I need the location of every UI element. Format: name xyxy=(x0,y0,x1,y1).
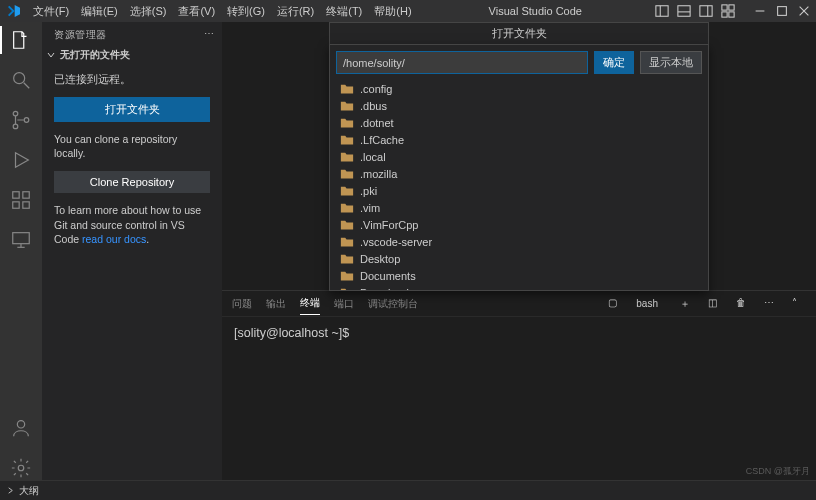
folder-icon xyxy=(340,269,354,283)
menu-help[interactable]: 帮助(H) xyxy=(369,2,416,21)
svg-point-18 xyxy=(24,118,29,123)
folder-item[interactable]: Desktop xyxy=(330,250,708,267)
menu-go[interactable]: 转到(G) xyxy=(222,2,270,21)
menu-file[interactable]: 文件(F) xyxy=(28,2,74,21)
svg-rect-9 xyxy=(729,12,734,17)
activity-explorer-icon[interactable] xyxy=(9,28,33,52)
picker-ok-button[interactable]: 确定 xyxy=(594,51,634,74)
picker-title: 打开文件夹 xyxy=(329,22,709,44)
terminal-shell-name: bash xyxy=(636,298,658,309)
activity-settings-icon[interactable] xyxy=(9,456,33,480)
window-minimize-icon[interactable] xyxy=(752,3,768,19)
folder-icon xyxy=(340,116,354,130)
terminal-shell-icon[interactable]: ▢ xyxy=(608,297,622,311)
folder-item[interactable]: .pki xyxy=(330,182,708,199)
clone-repository-button[interactable]: Clone Repository xyxy=(54,171,210,193)
panel-maximize-icon[interactable]: ˄ xyxy=(792,297,806,311)
customize-layout-icon[interactable] xyxy=(720,3,736,19)
menu-selection[interactable]: 选择(S) xyxy=(125,2,172,21)
menu-run[interactable]: 运行(R) xyxy=(272,2,319,21)
title-bar: 文件(F) 编辑(E) 选择(S) 查看(V) 转到(G) 运行(R) 终端(T… xyxy=(0,0,816,22)
folder-name: .VimForCpp xyxy=(360,219,418,231)
svg-rect-22 xyxy=(13,202,19,208)
watermark: CSDN @孤牙月 xyxy=(746,465,810,478)
window-maximize-icon[interactable] xyxy=(774,3,790,19)
picker-show-local-button[interactable]: 显示本地 xyxy=(640,51,702,74)
sidebar-section-header[interactable]: 无打开的文件夹 xyxy=(42,46,222,64)
folder-icon xyxy=(340,82,354,96)
svg-point-17 xyxy=(13,124,18,129)
activity-search-icon[interactable] xyxy=(9,68,33,92)
folder-name: .config xyxy=(360,83,392,95)
activity-bar xyxy=(0,22,42,480)
open-folder-button[interactable]: 打开文件夹 xyxy=(54,97,210,122)
folder-item[interactable]: .dotnet xyxy=(330,114,708,131)
svg-rect-24 xyxy=(13,233,30,244)
folder-icon xyxy=(340,133,354,147)
folder-icon xyxy=(340,235,354,249)
sidebar-title: 资源管理器 xyxy=(54,28,107,42)
folder-item[interactable]: .local xyxy=(330,148,708,165)
folder-item[interactable]: .config xyxy=(330,80,708,97)
panel-tab-terminal[interactable]: 终端 xyxy=(300,292,320,315)
panel-tab-ports[interactable]: 端口 xyxy=(334,293,354,315)
folder-item[interactable]: .LfCache xyxy=(330,131,708,148)
menu-edit[interactable]: 编辑(E) xyxy=(76,2,123,21)
folder-name: Documents xyxy=(360,270,416,282)
folder-picker: 确定 显示本地 .config.dbus.dotnet.LfCache.loca… xyxy=(329,44,709,291)
activity-source-control-icon[interactable] xyxy=(9,108,33,132)
toggle-secondary-sidebar-icon[interactable] xyxy=(698,3,714,19)
activity-run-debug-icon[interactable] xyxy=(9,148,33,172)
learn-text: To learn more about how to use Git and s… xyxy=(54,203,210,247)
svg-rect-8 xyxy=(722,12,727,17)
terminal-more-icon[interactable]: ⋯ xyxy=(764,297,778,311)
folder-item[interactable]: .dbus xyxy=(330,97,708,114)
svg-rect-20 xyxy=(13,192,19,198)
window-close-icon[interactable] xyxy=(796,3,812,19)
terminal-split-icon[interactable]: ◫ xyxy=(708,297,722,311)
svg-line-15 xyxy=(24,83,30,89)
outline-section[interactable]: 大纲 xyxy=(0,480,816,500)
folder-name: .mozilla xyxy=(360,168,397,180)
path-input[interactable] xyxy=(336,51,588,74)
folder-icon xyxy=(340,167,354,181)
folder-item[interactable]: .mozilla xyxy=(330,165,708,182)
panel-tab-problems[interactable]: 问题 xyxy=(232,293,252,315)
sidebar-section-label: 无打开的文件夹 xyxy=(60,48,130,62)
menu-terminal[interactable]: 终端(T) xyxy=(321,2,367,21)
folder-icon xyxy=(340,218,354,232)
svg-point-28 xyxy=(18,465,24,471)
folder-icon xyxy=(340,286,354,291)
folder-icon xyxy=(340,150,354,164)
activity-accounts-icon[interactable] xyxy=(9,416,33,440)
folder-item[interactable]: .vim xyxy=(330,199,708,216)
folder-list: .config.dbus.dotnet.LfCache.local.mozill… xyxy=(330,80,708,290)
toggle-primary-sidebar-icon[interactable] xyxy=(654,3,670,19)
folder-icon xyxy=(340,201,354,215)
toggle-panel-icon[interactable] xyxy=(676,3,692,19)
panel: 问题 输出 终端 端口 调试控制台 ▢ bash ＋ ◫ 🗑 ⋯ ˄ [soli… xyxy=(222,290,816,480)
folder-item[interactable]: Documents xyxy=(330,267,708,284)
svg-rect-0 xyxy=(656,6,668,17)
folder-name: .dbus xyxy=(360,100,387,112)
menu-view[interactable]: 查看(V) xyxy=(173,2,220,21)
folder-item[interactable]: .vscode-server xyxy=(330,233,708,250)
folder-item[interactable]: Downloads xyxy=(330,284,708,290)
editor-area: 打开文件夹 确定 显示本地 .config.dbus.dotnet.LfCach… xyxy=(222,22,816,480)
panel-tab-debug-console[interactable]: 调试控制台 xyxy=(368,293,418,315)
svg-rect-21 xyxy=(23,192,29,198)
terminal-content[interactable]: [solity@localhost ~]$ xyxy=(222,317,816,480)
svg-rect-4 xyxy=(700,6,712,17)
svg-point-27 xyxy=(17,421,24,428)
read-docs-link[interactable]: read our docs xyxy=(82,233,146,245)
activity-remote-explorer-icon[interactable] xyxy=(9,228,33,252)
folder-item[interactable]: .VimForCpp xyxy=(330,216,708,233)
folder-icon xyxy=(340,184,354,198)
terminal-new-icon[interactable]: ＋ xyxy=(680,297,694,311)
folder-name: Desktop xyxy=(360,253,400,265)
terminal-kill-icon[interactable]: 🗑 xyxy=(736,297,750,311)
sidebar-more-icon[interactable]: ⋯ xyxy=(204,28,215,42)
panel-tab-output[interactable]: 输出 xyxy=(266,293,286,315)
svg-point-14 xyxy=(14,73,25,84)
activity-extensions-icon[interactable] xyxy=(9,188,33,212)
